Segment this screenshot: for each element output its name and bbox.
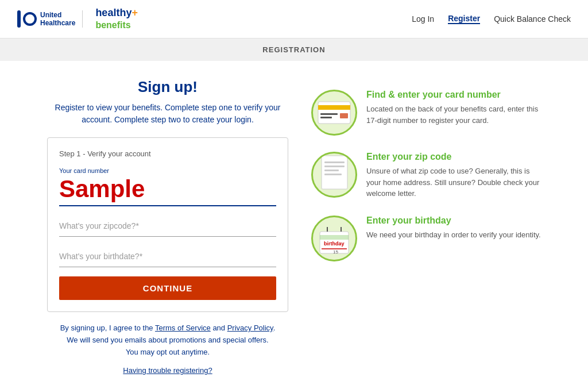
hb-logo-text: healthy+ benefits bbox=[95, 7, 138, 30]
svg-rect-7 bbox=[324, 166, 345, 167]
terms-link[interactable]: Terms of Service bbox=[155, 324, 211, 332]
zip-svg bbox=[319, 155, 350, 195]
quick-balance-link[interactable]: Quick Balance Check bbox=[494, 14, 571, 24]
svg-rect-0 bbox=[318, 102, 350, 124]
left-column: Sign up! Register to view your benefits.… bbox=[47, 78, 288, 381]
svg-rect-11 bbox=[320, 235, 349, 240]
uhc-logo-icon bbox=[17, 10, 37, 28]
card-number-input[interactable] bbox=[59, 175, 276, 206]
logo-group: United Healthcare healthy+ benefits bbox=[17, 7, 138, 31]
svg-rect-3 bbox=[320, 117, 332, 118]
card-number-group: Your card number bbox=[59, 167, 276, 206]
svg-text:birthday: birthday bbox=[324, 241, 345, 247]
header: United Healthcare healthy+ benefits Log … bbox=[0, 0, 588, 39]
birthday-svg: birthday 15 bbox=[317, 221, 351, 256]
svg-rect-6 bbox=[324, 161, 345, 163]
info-card-item: Find & enter your card number Located on… bbox=[311, 90, 541, 136]
card-info-text: Find & enter your card number Located on… bbox=[366, 90, 541, 126]
header-nav: Log In Register Quick Balance Check bbox=[412, 14, 571, 24]
main-content: Sign up! Register to view your benefits.… bbox=[36, 78, 552, 381]
birthday-info-title: Enter your birthday bbox=[366, 215, 541, 226]
zip-info-text: Enter your zip code Unsure of what zip c… bbox=[366, 152, 541, 199]
info-birthday-item: birthday 15 Enter your birthday We need … bbox=[311, 215, 541, 261]
birthday-info-desc: We need your birthday in order to verify… bbox=[366, 229, 541, 241]
trouble-registering-link[interactable]: Having trouble registering? bbox=[47, 366, 288, 375]
birthdate-input[interactable] bbox=[59, 246, 276, 267]
hb-logo: healthy+ benefits bbox=[88, 7, 138, 31]
registration-label: REGISTRATION bbox=[262, 45, 325, 54]
uh-logo-text: United Healthcare bbox=[40, 11, 75, 28]
signup-title: Sign up! bbox=[47, 78, 288, 96]
info-zip-item: Enter your zip code Unsure of what zip c… bbox=[311, 152, 541, 199]
svg-text:15: 15 bbox=[333, 249, 338, 255]
continue-button[interactable]: CONTINUE bbox=[59, 276, 276, 300]
birthday-info-text: Enter your birthday We need your birthda… bbox=[366, 215, 541, 241]
zip-info-title: Enter your zip code bbox=[366, 152, 541, 162]
right-column: Find & enter your card number Located on… bbox=[311, 78, 541, 381]
card-info-title: Find & enter your card number bbox=[366, 90, 541, 100]
card-icon bbox=[311, 90, 357, 136]
svg-rect-8 bbox=[324, 170, 339, 171]
registration-form-box: Step 1 - Verify your account Your card n… bbox=[47, 137, 288, 312]
card-number-label: Your card number bbox=[59, 167, 276, 174]
login-link[interactable]: Log In bbox=[412, 14, 434, 24]
card-info-desc: Located on the back of your benefits car… bbox=[366, 103, 541, 126]
registration-bar: REGISTRATION bbox=[0, 39, 588, 61]
svg-rect-9 bbox=[324, 174, 342, 175]
svg-rect-5 bbox=[322, 156, 347, 189]
card-svg bbox=[317, 101, 351, 125]
privacy-link[interactable]: Privacy Policy bbox=[227, 324, 273, 332]
zip-icon bbox=[311, 152, 357, 198]
svg-rect-2 bbox=[320, 113, 338, 115]
svg-rect-4 bbox=[340, 113, 348, 118]
terms-text: By signing up, I agree to the Terms of S… bbox=[47, 322, 288, 358]
step-label: Step 1 - Verify your account bbox=[59, 149, 276, 158]
birthday-icon: birthday 15 bbox=[311, 215, 357, 261]
svg-rect-1 bbox=[318, 105, 350, 110]
zip-info-desc: Unsure of what zip code to use? Generall… bbox=[366, 166, 541, 199]
signup-subtitle: Register to view your benefits. Complete… bbox=[47, 102, 288, 126]
register-link[interactable]: Register bbox=[448, 14, 480, 24]
zipcode-input[interactable] bbox=[59, 215, 276, 237]
uh-logo: United Healthcare bbox=[17, 10, 83, 28]
